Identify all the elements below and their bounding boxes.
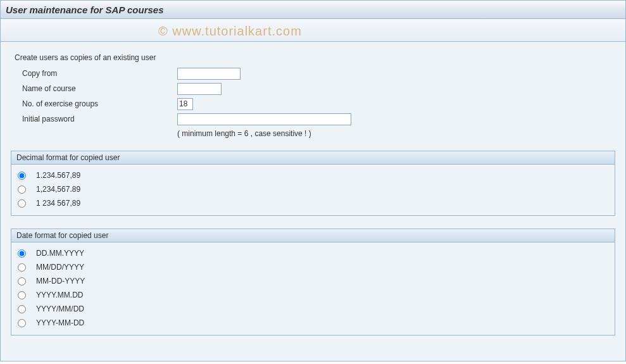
row-copy-from: Copy from: [11, 66, 615, 81]
label-password: Initial password: [22, 115, 177, 123]
decimal-radio[interactable]: [18, 185, 26, 194]
label-groups: No. of exercise groups: [22, 99, 177, 108]
group-decimal-format: Decimal format for copied user 1.234.567…: [11, 151, 615, 216]
input-copy-from[interactable]: [177, 68, 241, 80]
decimal-label: 1 234 567,89: [36, 199, 80, 208]
date-label: YYYY/MM/DD: [36, 304, 84, 313]
form-intro: Create users as copies of an existing us…: [11, 53, 615, 62]
page-title: User maintenance for SAP courses: [6, 4, 164, 15]
date-radio[interactable]: [18, 319, 26, 327]
row-password: Initial password: [11, 111, 615, 127]
password-hint: ( minimum length = 6 , case sensitive ! …: [11, 129, 615, 138]
date-radio[interactable]: [18, 291, 26, 299]
input-course[interactable]: [177, 83, 222, 95]
group-decimal-header: Decimal format for copied user: [11, 151, 615, 165]
group-date-header: Date format for copied user: [11, 229, 615, 242]
decimal-label: 1.234.567,89: [36, 171, 80, 180]
label-copy-from: Copy from: [22, 69, 177, 78]
decimal-option: 1,234,567.89: [16, 182, 610, 196]
date-option: YYYY/MM/DD: [16, 302, 610, 316]
input-groups[interactable]: [177, 98, 193, 110]
date-option: YYYY.MM.DD: [16, 288, 610, 302]
date-option: MM/DD/YYYY: [16, 260, 610, 274]
toolbar: [0, 19, 626, 42]
date-label: YYYY.MM.DD: [36, 291, 83, 299]
date-option: MM-DD-YYYY: [16, 274, 610, 288]
date-option: DD.MM.YYYY: [16, 246, 610, 260]
date-option: YYYY-MM-DD: [16, 316, 610, 330]
input-password[interactable]: [177, 113, 351, 125]
group-date-format: Date format for copied user DD.MM.YYYYMM…: [11, 229, 615, 336]
date-label: MM-DD-YYYY: [36, 277, 85, 286]
date-radio[interactable]: [18, 263, 26, 272]
decimal-option: 1 234 567,89: [16, 196, 610, 210]
label-course: Name of course: [22, 84, 177, 93]
date-radio[interactable]: [18, 277, 26, 286]
date-label: YYYY-MM-DD: [36, 318, 84, 327]
decimal-radio[interactable]: [18, 172, 26, 180]
row-course: Name of course: [11, 81, 615, 96]
decimal-option: 1.234.567,89: [16, 168, 610, 182]
date-radio[interactable]: [18, 305, 26, 313]
title-bar: User maintenance for SAP courses: [0, 0, 626, 19]
row-groups: No. of exercise groups: [11, 96, 615, 111]
date-label: DD.MM.YYYY: [36, 249, 84, 258]
date-radio[interactable]: [18, 249, 26, 258]
date-label: MM/DD/YYYY: [36, 263, 84, 272]
group-date-body: DD.MM.YYYYMM/DD/YYYYMM-DD-YYYYYYYY.MM.DD…: [11, 242, 615, 335]
decimal-radio[interactable]: [18, 199, 26, 208]
decimal-label: 1,234,567.89: [36, 185, 80, 194]
group-decimal-body: 1.234.567,891,234,567.891 234 567,89: [11, 165, 615, 215]
content-area: Create users as copies of an existing us…: [0, 42, 626, 361]
